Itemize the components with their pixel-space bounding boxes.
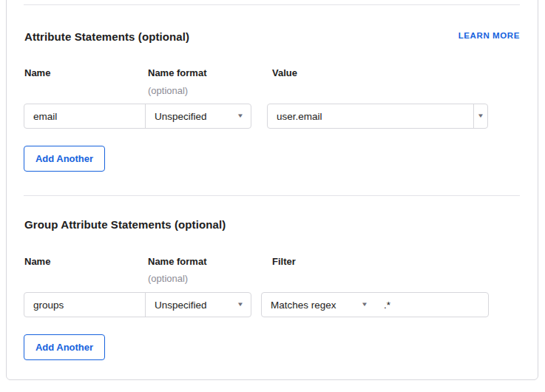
attribute-statements-title: Attribute Statements (optional) xyxy=(24,30,189,43)
group-filter-value-input[interactable] xyxy=(375,293,488,317)
attribute-name-input[interactable] xyxy=(24,104,145,128)
group-attribute-statements-title: Group Attribute Statements (optional) xyxy=(24,218,226,231)
attribute-value-dropdown-button[interactable]: ▼ xyxy=(473,104,487,128)
column-header-value: Value xyxy=(272,67,297,78)
group-filter-type-value: Matches regex xyxy=(271,300,336,311)
section-divider-top xyxy=(24,4,520,5)
chevron-down-icon: ▼ xyxy=(477,113,484,119)
group-attribute-name-format-group: Unspecified ▼ xyxy=(24,292,251,317)
attribute-name-format-select[interactable]: Unspecified ▼ xyxy=(145,104,251,128)
group-attribute-name-format-value: Unspecified xyxy=(155,300,207,311)
column-header-name-format: Name format xyxy=(148,67,206,78)
chevron-down-icon: ▼ xyxy=(237,113,244,119)
add-another-attribute-button[interactable]: Add Another xyxy=(24,146,105,172)
chevron-down-icon: ▼ xyxy=(361,302,368,308)
attribute-name-format-value: Unspecified xyxy=(155,111,207,122)
group-attribute-filter-group: Matches regex ▼ xyxy=(261,292,489,317)
group-attribute-name-format-select[interactable]: Unspecified ▼ xyxy=(145,293,251,317)
section-divider-middle xyxy=(24,195,520,196)
chevron-down-icon: ▼ xyxy=(237,302,244,308)
group-attribute-name-input[interactable] xyxy=(24,293,145,317)
column-header-name-format: Name format xyxy=(148,256,206,267)
saml-settings-card: Attribute Statements (optional) LEARN MO… xyxy=(6,0,538,380)
attribute-value-input[interactable] xyxy=(268,104,473,128)
learn-more-link[interactable]: LEARN MORE xyxy=(458,31,520,40)
column-header-name: Name xyxy=(24,256,50,267)
attribute-value-combobox: ▼ xyxy=(267,104,488,129)
add-another-group-attribute-button[interactable]: Add Another xyxy=(24,334,105,360)
name-format-optional-note: (optional) xyxy=(148,273,188,284)
page: Attribute Statements (optional) LEARN MO… xyxy=(0,0,545,392)
group-filter-type-select[interactable]: Matches regex ▼ xyxy=(262,293,375,317)
column-header-name: Name xyxy=(24,67,50,78)
column-header-filter: Filter xyxy=(272,256,296,267)
attribute-name-format-group: Unspecified ▼ xyxy=(24,104,251,129)
name-format-optional-note: (optional) xyxy=(148,85,188,96)
